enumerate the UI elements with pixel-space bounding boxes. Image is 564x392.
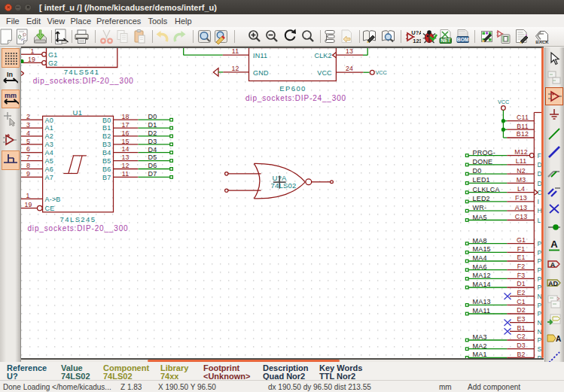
- svg-text:CLK2: CLK2: [314, 52, 331, 59]
- svg-text:74LS245: 74LS245: [60, 215, 96, 223]
- svg-text:AD: AD: [548, 279, 558, 287]
- svg-text:G1: G1: [517, 236, 526, 244]
- svg-text:B11: B11: [517, 123, 529, 130]
- svg-text:3: 3: [26, 121, 30, 129]
- svg-text:CE: CE: [45, 205, 55, 212]
- svg-text:MA3: MA3: [473, 333, 487, 341]
- svg-text:F13: F13: [515, 194, 527, 202]
- svg-text:F3: F3: [517, 272, 526, 279]
- svg-text:U?A: U?A: [411, 29, 421, 36]
- svg-text:19: 19: [28, 56, 35, 63]
- svg-text:D1: D1: [148, 121, 157, 129]
- svg-text:BACK: BACK: [535, 40, 549, 44]
- svg-text:2: 2: [26, 113, 30, 120]
- svg-text:MA14: MA14: [473, 281, 491, 288]
- svg-text:B4: B4: [102, 149, 111, 156]
- svg-text:G2: G2: [48, 59, 57, 67]
- svg-text:D3: D3: [517, 342, 526, 349]
- svg-text:74LS541: 74LS541: [64, 68, 100, 76]
- svg-text:13: 13: [346, 47, 353, 55]
- svg-text:15: 15: [121, 138, 129, 145]
- svg-text:19: 19: [24, 201, 32, 208]
- svg-text:MA15: MA15: [473, 245, 491, 253]
- svg-text:A4: A4: [45, 149, 53, 156]
- svg-text:D2: D2: [517, 306, 526, 314]
- svg-text:MA4: MA4: [473, 254, 487, 262]
- svg-text:6: 6: [26, 145, 30, 153]
- svg-text:EP600: EP600: [279, 84, 306, 93]
- svg-text:D6: D6: [148, 162, 157, 169]
- svg-text:A: A: [550, 261, 555, 269]
- svg-text:A: A: [555, 335, 560, 343]
- svg-text:E2: E2: [517, 289, 525, 296]
- svg-text:E1: E1: [517, 254, 525, 261]
- svg-text:7: 7: [26, 153, 30, 161]
- svg-text:MA6: MA6: [473, 263, 487, 271]
- svg-text:GND: GND: [253, 69, 269, 77]
- svg-text:A0: A0: [45, 117, 53, 124]
- svg-text:D3: D3: [148, 138, 157, 145]
- svg-text:D7: D7: [148, 170, 157, 178]
- svg-text:MA5: MA5: [473, 214, 487, 221]
- svg-text:VCC: VCC: [498, 99, 509, 105]
- svg-text:A13: A13: [515, 204, 527, 211]
- svg-text:D0: D0: [148, 113, 157, 120]
- svg-text:L4: L4: [517, 185, 525, 193]
- svg-text:4: 4: [26, 129, 30, 137]
- svg-text:1: 1: [30, 47, 34, 55]
- svg-text:D0: D0: [473, 167, 482, 175]
- svg-text:M12: M12: [514, 148, 528, 156]
- svg-text:F1: F1: [517, 245, 526, 253]
- svg-text:L11: L11: [516, 157, 527, 165]
- svg-text:B1: B1: [102, 124, 111, 132]
- svg-text:A->B: A->B: [45, 196, 61, 203]
- svg-text:C2: C2: [517, 333, 526, 340]
- svg-text:C11: C11: [517, 114, 529, 121]
- svg-text:1: 1: [26, 192, 29, 199]
- svg-text:18: 18: [121, 113, 129, 120]
- svg-text:A2: A2: [45, 132, 53, 140]
- svg-text:B7: B7: [102, 174, 111, 181]
- svg-text:VCC: VCC: [317, 69, 332, 77]
- svg-text:MA2: MA2: [473, 342, 487, 350]
- svg-text:MA11: MA11: [473, 307, 491, 315]
- svg-text:MA13: MA13: [473, 298, 491, 305]
- svg-text:N2: N2: [517, 167, 526, 175]
- svg-text:PROG-: PROG-: [473, 149, 496, 156]
- svg-text:NET: NET: [441, 38, 450, 43]
- svg-text:MA8: MA8: [473, 237, 487, 245]
- svg-text:IN11: IN11: [253, 52, 267, 59]
- svg-text:9: 9: [26, 170, 30, 178]
- svg-text:B6: B6: [102, 166, 111, 173]
- svg-text:MA1: MA1: [473, 351, 487, 358]
- svg-text:A6: A6: [45, 166, 53, 173]
- svg-text:mm: mm: [5, 92, 17, 99]
- svg-text:BOM: BOM: [456, 37, 468, 42]
- svg-text:D1: D1: [517, 280, 526, 287]
- svg-text:In: In: [7, 71, 13, 78]
- svg-text:L: L: [538, 217, 541, 224]
- svg-text:C13: C13: [515, 213, 528, 220]
- svg-text:WR-: WR-: [473, 204, 487, 211]
- svg-text:C1: C1: [517, 298, 526, 305]
- svg-text:8: 8: [26, 162, 30, 169]
- svg-text:12: 12: [231, 65, 239, 72]
- svg-text:D2: D2: [148, 129, 157, 137]
- svg-text:11: 11: [232, 47, 239, 55]
- svg-text:A1: A1: [45, 124, 53, 132]
- svg-text:17: 17: [121, 121, 129, 129]
- svg-text:B0: B0: [102, 117, 111, 124]
- svg-text:123: 123: [413, 38, 421, 44]
- svg-text:A: A: [550, 239, 558, 250]
- svg-text:B1: B1: [517, 324, 525, 332]
- svg-text:14: 14: [121, 145, 129, 153]
- svg-text:A5: A5: [45, 157, 53, 165]
- svg-text:5: 5: [26, 138, 30, 145]
- svg-text:E3: E3: [517, 315, 525, 323]
- svg-text:G1: G1: [48, 51, 57, 59]
- svg-text:D4: D4: [148, 146, 157, 153]
- svg-text:M3: M3: [517, 176, 526, 184]
- svg-text:A7: A7: [45, 174, 53, 181]
- svg-text:DONE: DONE: [473, 158, 493, 166]
- svg-text:B3: B3: [102, 141, 111, 148]
